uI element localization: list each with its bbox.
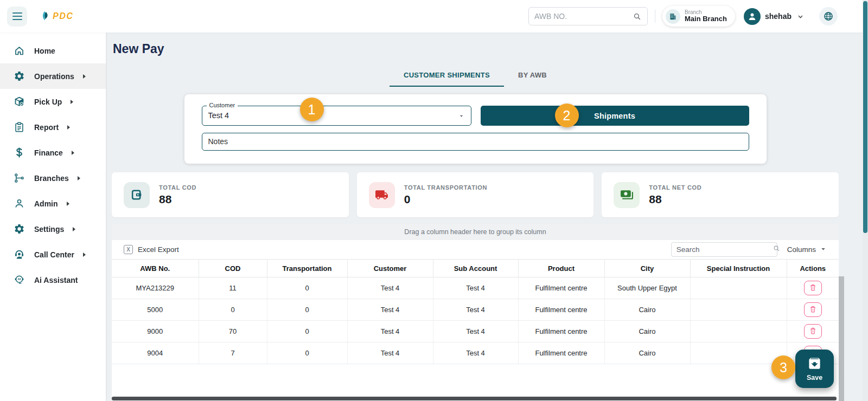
pickup-icon bbox=[14, 96, 25, 107]
column-header-special-instruction[interactable]: Special Instruction bbox=[690, 260, 787, 277]
table-cell: 11 bbox=[199, 277, 267, 299]
customer-value: Test 4 bbox=[202, 106, 471, 125]
table-cell bbox=[690, 342, 787, 364]
shipments-table: AWB No.CODTransportationCustomerSub Acco… bbox=[112, 259, 839, 364]
excel-export-button[interactable]: X Excel Export bbox=[124, 245, 179, 254]
divider bbox=[655, 10, 655, 23]
table-cell: 5000 bbox=[112, 299, 199, 321]
column-header-product[interactable]: Product bbox=[518, 260, 604, 277]
globe-icon bbox=[823, 11, 834, 22]
table-horizontal-scrollbar[interactable] bbox=[112, 397, 837, 400]
table-cell: Test 4 bbox=[347, 299, 433, 321]
save-icon bbox=[807, 356, 822, 372]
report-icon bbox=[14, 121, 25, 133]
caret-down-icon bbox=[458, 112, 465, 119]
stat-card-total-cod: TOTAL COD88 bbox=[112, 172, 349, 217]
user-menu[interactable]: shehab bbox=[744, 8, 805, 25]
sidebar-item-pick-up[interactable]: Pick Up bbox=[0, 89, 106, 114]
sidebar-item-settings[interactable]: Settings bbox=[0, 216, 106, 242]
grid-toolbar: X Excel Export Columns bbox=[112, 240, 839, 259]
sidebar-item-ai-assistant[interactable]: AIAi Assistant bbox=[0, 267, 106, 293]
step-badge-3: 3 bbox=[771, 355, 795, 379]
delete-row-button[interactable] bbox=[804, 302, 822, 317]
page-scrollbar[interactable] bbox=[863, 0, 868, 401]
branch-selector[interactable]: Branch Main Branch bbox=[662, 6, 735, 27]
caret-down-icon bbox=[820, 245, 827, 254]
columns-chooser-button[interactable]: Columns bbox=[787, 245, 827, 254]
table-cell: Fulfilment centre bbox=[518, 277, 604, 299]
page-title: New Pay bbox=[112, 33, 839, 56]
sidebar-item-call-center[interactable]: Call Center bbox=[0, 242, 106, 267]
table-cell bbox=[690, 277, 787, 299]
table-cell-actions bbox=[787, 277, 839, 299]
table-row: 9000700Test 4Test 4Fulfilment centreCair… bbox=[112, 321, 839, 342]
column-header-cod[interactable]: COD bbox=[199, 260, 267, 277]
column-header-sub-account[interactable]: Sub Account bbox=[433, 260, 518, 277]
stats-row: TOTAL COD88TOTAL TRANSPORTATION0TOTAL NE… bbox=[112, 172, 839, 217]
sidebar-item-label: Pick Up bbox=[34, 98, 62, 106]
table-cell: Test 4 bbox=[347, 277, 433, 299]
column-header-transportation[interactable]: Transportation bbox=[267, 260, 347, 277]
column-header-city[interactable]: City bbox=[604, 260, 690, 277]
trash-icon bbox=[809, 283, 817, 293]
sidebar-item-report[interactable]: Report bbox=[0, 114, 106, 140]
svg-text:AI: AI bbox=[18, 277, 21, 281]
table-cell: Test 4 bbox=[433, 342, 518, 364]
topbar: PDC Branch Main Branch shehab bbox=[0, 0, 868, 33]
sidebar-item-home[interactable]: Home bbox=[0, 38, 106, 63]
language-button[interactable] bbox=[819, 7, 838, 25]
save-button[interactable]: Save bbox=[795, 350, 834, 388]
sidebar-item-finance[interactable]: Finance bbox=[0, 140, 106, 165]
table-vertical-scrollbar[interactable] bbox=[839, 276, 844, 401]
sidebar-item-branches[interactable]: Branches bbox=[0, 165, 106, 191]
table-cell: 0 bbox=[267, 277, 347, 299]
search-icon[interactable] bbox=[633, 12, 642, 21]
table-cell bbox=[690, 321, 787, 342]
sidebar-nav: HomeOperationsPick UpReportFinanceBranch… bbox=[0, 38, 106, 293]
awb-search-box[interactable] bbox=[528, 7, 648, 25]
table-cell: Cairo bbox=[604, 321, 690, 342]
table-cell: 7 bbox=[199, 342, 267, 364]
shipments-button[interactable]: Shipments bbox=[481, 106, 749, 126]
delete-row-button[interactable] bbox=[804, 281, 822, 295]
stat-label: TOTAL NET COD bbox=[649, 184, 701, 191]
sidebar-item-admin[interactable]: Admin bbox=[0, 191, 106, 216]
menu-toggle-button[interactable] bbox=[7, 7, 27, 27]
delete-row-button[interactable] bbox=[804, 324, 822, 339]
stat-card-total-transportation: TOTAL TRANSPORTATION0 bbox=[357, 172, 594, 217]
call-center-icon bbox=[14, 249, 25, 260]
table-cell: 0 bbox=[199, 299, 267, 321]
column-header-awb-no-[interactable]: AWB No. bbox=[112, 260, 199, 277]
save-label: Save bbox=[807, 374, 822, 381]
column-header-customer[interactable]: Customer bbox=[347, 260, 433, 277]
tab-customer-shipments[interactable]: CUSTOMER SHIPMENTS bbox=[390, 65, 504, 87]
stat-label: TOTAL TRANSPORTATION bbox=[404, 184, 488, 191]
tab-bar: CUSTOMER SHIPMENTS BY AWB bbox=[112, 65, 839, 87]
table-cell: South Upper Egypt bbox=[604, 277, 690, 299]
table-cell: 70 bbox=[199, 321, 267, 342]
leaf-logo-icon bbox=[39, 10, 51, 22]
stat-value: 88 bbox=[649, 193, 701, 206]
notes-input[interactable]: Notes bbox=[202, 133, 749, 151]
table-cell: Fulfilment centre bbox=[518, 342, 604, 364]
branch-name: Main Branch bbox=[685, 15, 727, 23]
sidebar-item-label: Home bbox=[34, 47, 55, 55]
customer-select[interactable]: Customer Test 4 bbox=[202, 106, 471, 126]
customer-label: Customer bbox=[207, 102, 238, 108]
sidebar-item-label: Operations bbox=[34, 72, 74, 81]
awb-search-input[interactable] bbox=[534, 12, 633, 21]
grid-search-input[interactable] bbox=[676, 245, 773, 254]
column-header-actions[interactable]: Actions bbox=[787, 260, 839, 277]
table-cell: 0 bbox=[267, 342, 347, 364]
group-drop-zone[interactable]: Drag a column header here to group its c… bbox=[112, 224, 839, 240]
pdc-logo[interactable]: PDC bbox=[39, 10, 73, 22]
expand-arrow-icon bbox=[78, 176, 80, 180]
tab-by-awb[interactable]: BY AWB bbox=[504, 65, 561, 87]
table-cell: Test 4 bbox=[433, 299, 518, 321]
grid-search-box[interactable] bbox=[671, 242, 777, 257]
stat-value: 88 bbox=[159, 193, 196, 206]
table-row: 900470Test 4Test 4Fulfilment centreCairo bbox=[112, 342, 839, 364]
sidebar-item-operations[interactable]: Operations bbox=[0, 63, 106, 89]
table-cell: Test 4 bbox=[433, 277, 518, 299]
truck-icon bbox=[369, 182, 395, 208]
